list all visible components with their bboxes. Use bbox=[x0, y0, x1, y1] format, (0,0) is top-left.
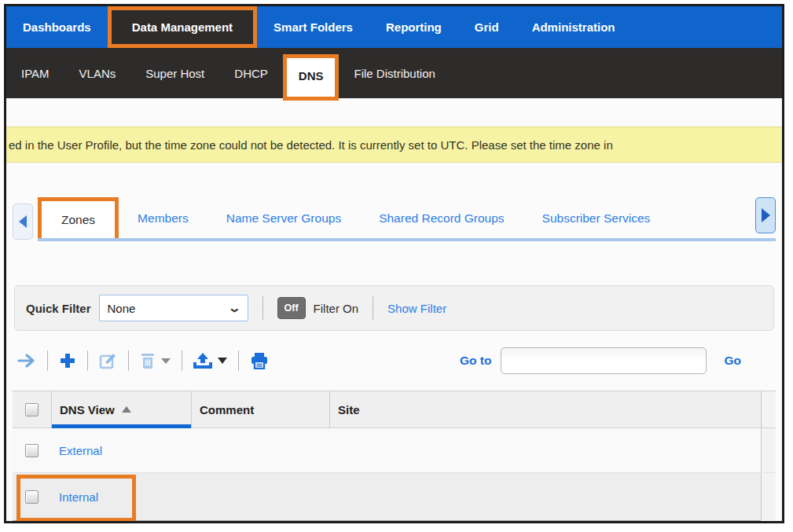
column-header-dns-view[interactable]: DNS View bbox=[51, 391, 191, 427]
scroll-right-icon bbox=[762, 208, 770, 222]
sub-navigation: IPAM VLANs Super Host DHCP DNS File Dist… bbox=[6, 48, 782, 98]
vertical-scrollbar-track[interactable] bbox=[761, 428, 776, 472]
row-checkbox[interactable] bbox=[25, 444, 39, 457]
upload-icon bbox=[193, 352, 212, 369]
subnav-file-distribution[interactable]: File Distribution bbox=[339, 67, 450, 80]
column-header-comment[interactable]: Comment bbox=[191, 391, 329, 427]
goto-label: Go to bbox=[460, 354, 491, 368]
tab-subscriber-services[interactable]: Subscriber Services bbox=[523, 200, 670, 238]
quick-filter-selected-value: None bbox=[108, 302, 136, 315]
subnav-ipam[interactable]: IPAM bbox=[6, 67, 64, 80]
edit-button[interactable] bbox=[96, 352, 120, 369]
forward-arrow-icon bbox=[17, 353, 36, 369]
divider bbox=[262, 296, 263, 320]
subnav-dns-label: DNS bbox=[299, 69, 324, 83]
table-header-row: DNS View Comment Site bbox=[13, 391, 776, 428]
table-row-internal[interactable]: Internal bbox=[13, 473, 776, 520]
subnav-vlans[interactable]: VLANs bbox=[64, 67, 131, 80]
divider bbox=[182, 350, 182, 371]
chevron-down-icon: ⌄ bbox=[227, 301, 241, 315]
sort-ascending-icon bbox=[122, 406, 131, 413]
print-button[interactable] bbox=[247, 352, 272, 369]
tab-name-server-groups[interactable]: Name Server Groups bbox=[207, 200, 360, 238]
scroll-left-icon bbox=[19, 215, 27, 228]
comment-cell bbox=[191, 428, 329, 472]
delete-button[interactable] bbox=[137, 352, 174, 369]
divider bbox=[373, 296, 373, 320]
quick-filter-bar: Quick Filter None ⌄ Off Filter On Show F… bbox=[14, 285, 774, 331]
subnav-dns[interactable]: DNS bbox=[283, 54, 340, 101]
vertical-scrollbar-track[interactable] bbox=[761, 473, 776, 520]
filter-toggle-button[interactable]: Off bbox=[277, 297, 306, 319]
delete-icon bbox=[140, 352, 156, 369]
nav-dashboards[interactable]: Dashboards bbox=[6, 6, 108, 48]
upload-button[interactable] bbox=[190, 352, 230, 369]
row-checkbox[interactable] bbox=[25, 490, 39, 504]
divider bbox=[128, 350, 129, 371]
app-window: Dashboards Data Management Smart Folders… bbox=[4, 4, 784, 523]
vertical-scrollbar-track[interactable] bbox=[761, 391, 776, 427]
add-button[interactable] bbox=[56, 352, 79, 369]
tab-shared-record-groups[interactable]: Shared Record Groups bbox=[360, 200, 523, 238]
timezone-warning-text: ed in the User Profile, but the time zon… bbox=[9, 138, 613, 152]
tabs-row: Zones Members Name Server Groups Shared … bbox=[38, 193, 776, 241]
select-all-checkbox[interactable] bbox=[25, 403, 39, 416]
goto-input[interactable] bbox=[501, 347, 707, 374]
quick-filter-select[interactable]: None ⌄ bbox=[99, 295, 248, 321]
nav-smart-folders[interactable]: Smart Folders bbox=[257, 6, 369, 48]
nav-data-management-label: Data Management bbox=[132, 20, 233, 34]
tab-zones[interactable]: Zones bbox=[38, 197, 119, 241]
dns-view-link[interactable]: Internal bbox=[59, 490, 98, 504]
delete-dropdown-caret-icon bbox=[161, 358, 171, 364]
nav-data-management[interactable]: Data Management bbox=[108, 6, 257, 48]
upload-dropdown-caret-icon bbox=[218, 358, 227, 364]
table-toolbar: Go to Go bbox=[14, 337, 774, 384]
add-icon bbox=[59, 352, 76, 369]
filter-on-label: Filter On bbox=[314, 302, 359, 315]
tab-zones-label: Zones bbox=[61, 213, 95, 226]
forward-arrow-button[interactable] bbox=[14, 353, 39, 369]
row-checkbox-cell bbox=[13, 473, 51, 520]
edit-icon bbox=[99, 352, 117, 369]
divider bbox=[87, 350, 88, 371]
nav-grid[interactable]: Grid bbox=[458, 6, 516, 48]
dns-view-link[interactable]: External bbox=[59, 444, 102, 457]
tab-scroll-right-button[interactable] bbox=[755, 197, 776, 233]
column-header-site[interactable]: Site bbox=[329, 391, 761, 427]
go-button[interactable]: Go bbox=[724, 354, 741, 368]
subnav-super-host[interactable]: Super Host bbox=[130, 67, 219, 80]
print-icon bbox=[250, 352, 269, 369]
comment-cell bbox=[191, 473, 329, 520]
header-checkbox-cell bbox=[13, 391, 51, 427]
quick-filter-label: Quick Filter bbox=[26, 302, 91, 315]
divider bbox=[238, 350, 239, 371]
row-checkbox-cell bbox=[13, 428, 51, 472]
goto-group: Go to Go bbox=[460, 347, 741, 374]
dns-view-table: DNS View Comment Site External Internal bbox=[13, 391, 776, 523]
tab-scroll-left-button[interactable] bbox=[13, 204, 33, 240]
tab-strip: Zones Members Name Server Groups Shared … bbox=[13, 193, 776, 241]
subnav-dhcp[interactable]: DHCP bbox=[219, 67, 283, 80]
timezone-warning-banner: ed in the User Profile, but the time zon… bbox=[6, 127, 782, 163]
table-row-external[interactable]: External bbox=[13, 428, 776, 473]
top-navigation: Dashboards Data Management Smart Folders… bbox=[6, 6, 782, 48]
nav-reporting[interactable]: Reporting bbox=[369, 6, 458, 48]
site-cell bbox=[329, 473, 761, 520]
divider bbox=[47, 350, 48, 371]
nav-administration[interactable]: Administration bbox=[516, 6, 632, 48]
tab-members[interactable]: Members bbox=[119, 200, 207, 238]
show-filter-link[interactable]: Show Filter bbox=[387, 302, 446, 315]
column-header-dns-view-label: DNS View bbox=[60, 403, 115, 416]
horizontal-scrollbar[interactable] bbox=[13, 520, 761, 523]
site-cell bbox=[329, 428, 761, 472]
